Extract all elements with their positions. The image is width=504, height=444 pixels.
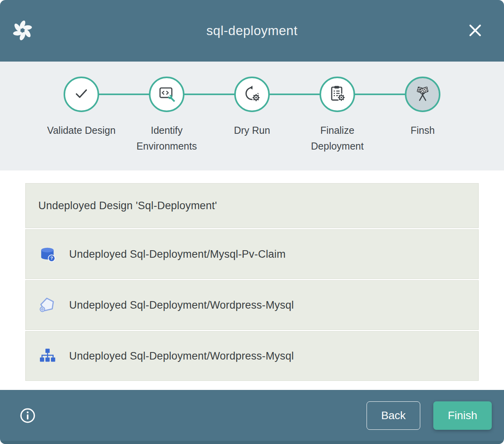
modal-footer: Back Finish xyxy=(0,390,504,444)
step-circle-validate-design xyxy=(64,77,99,112)
list-item: Undeployed Sql-Deployment/Wordpress-Mysq… xyxy=(25,280,479,330)
step-label: Identify Environments xyxy=(132,122,202,154)
step-finish: Finsh xyxy=(380,62,465,154)
page-title: sql-deployment xyxy=(0,23,504,38)
pentagon-badge-icon xyxy=(38,296,56,314)
meshery-logo xyxy=(10,18,35,43)
checkmark-icon xyxy=(72,84,90,104)
step-label: Finalize Deployment xyxy=(302,122,372,154)
database-icon: ? xyxy=(38,245,56,263)
modal-header: sql-deployment xyxy=(0,0,504,62)
results-panel: Undeployed Design 'Sql-Deployment' ? Und… xyxy=(0,170,504,390)
list-item: Undeployed Sql-Deployment/Wordpress-Mysq… xyxy=(25,331,479,381)
info-button[interactable] xyxy=(19,407,36,424)
resource-status-text: Undeployed Sql-Deployment/Mysql-Pv-Claim xyxy=(69,248,286,260)
checkered-flags-icon xyxy=(414,84,432,104)
undeploy-results-list: Undeployed Design 'Sql-Deployment' ? Und… xyxy=(25,183,479,381)
close-button[interactable] xyxy=(466,21,484,39)
hierarchy-icon xyxy=(38,347,56,365)
step-circle-finish xyxy=(405,77,440,112)
wizard-stepper: Validate Design Identify Environme xyxy=(0,62,504,170)
svg-text:?: ? xyxy=(50,256,53,260)
step-validate-design: Validate Design xyxy=(39,62,124,154)
resource-status-text: Undeployed Sql-Deployment/Wordpress-Mysq… xyxy=(69,350,294,362)
back-button[interactable]: Back xyxy=(367,401,420,430)
resource-status-text: Undeployed Sql-Deployment/Wordpress-Mysq… xyxy=(69,299,294,311)
info-icon xyxy=(19,420,36,425)
list-header-row: Undeployed Design 'Sql-Deployment' xyxy=(25,183,479,228)
rerun-gear-icon xyxy=(243,84,261,104)
code-window-wrench-icon xyxy=(158,84,176,104)
step-circle-dry-run xyxy=(234,77,270,112)
finish-button[interactable]: Finish xyxy=(433,401,492,430)
close-x-icon xyxy=(466,35,484,41)
step-label: Validate Design xyxy=(47,122,115,138)
deployment-wizard-modal: sql-deployment Validate Design xyxy=(0,0,504,444)
step-finalize-deployment: Finalize Deployment xyxy=(295,62,380,154)
step-circle-finalize-deployment xyxy=(320,77,355,112)
step-label: Finsh xyxy=(410,122,434,138)
design-status-text: Undeployed Design 'Sql-Deployment' xyxy=(38,200,217,212)
step-dry-run: Dry Run xyxy=(209,62,295,154)
step-identify-environments: Identify Environments xyxy=(124,62,209,154)
clipboard-gear-icon xyxy=(328,84,346,104)
step-circle-identify-environments xyxy=(149,77,184,112)
list-item: ? Undeployed Sql-Deployment/Mysql-Pv-Cla… xyxy=(25,229,479,279)
step-label: Dry Run xyxy=(234,122,270,138)
